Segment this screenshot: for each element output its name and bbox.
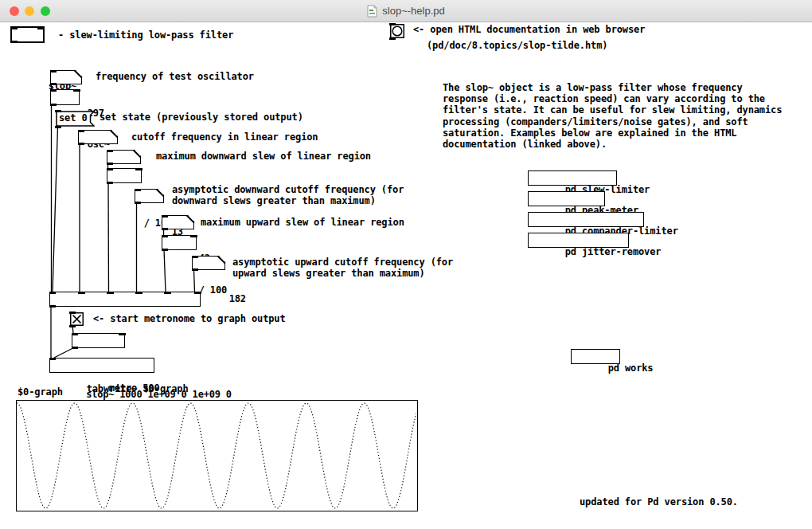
outlet-nub[interactable] — [50, 83, 57, 85]
footer-version-note: updated for Pd version 0.50. — [580, 497, 738, 508]
inlet-nub[interactable] — [194, 292, 201, 294]
number-box-down-slew[interactable]: 198 — [107, 150, 141, 164]
inlet-nub[interactable] — [162, 215, 169, 217]
outlet-nub[interactable] — [72, 347, 79, 349]
outlet-nub[interactable] — [11, 41, 18, 43]
comment-up-slew: maximum upward slew of linear region — [201, 217, 404, 229]
outlet-nub[interactable] — [49, 305, 57, 308]
outlet-nub[interactable] — [55, 126, 62, 128]
titlebar: slop~-help.pd — [0, 0, 812, 22]
comment-up-asymptotic: asymptotic upward cutoff frequency (for … — [232, 257, 453, 280]
object-label: tabwrite~ $0-graph — [87, 383, 189, 394]
document-icon — [367, 5, 377, 18]
inlet-nub[interactable] — [389, 23, 396, 25]
outlet-nub[interactable] — [135, 202, 142, 204]
window-title: slop~-help.pd — [382, 5, 444, 17]
outlet-nub[interactable] — [78, 143, 85, 145]
number-box-cutoff[interactable]: 1259 — [78, 130, 118, 144]
number-box-up-asymptotic[interactable]: 182 — [192, 256, 225, 270]
inlet-nub[interactable] — [72, 333, 79, 335]
comment-down-slew: maximum downward slew of linear region — [156, 151, 371, 163]
inlet-nub[interactable] — [135, 292, 142, 294]
object-box-slop-subject[interactable]: slop~ — [10, 26, 45, 43]
comment-toggle: <- start metronome to graph output — [93, 314, 286, 325]
number-value: 182 — [229, 293, 246, 304]
description-text: The slop~ object is a low-pass filter wh… — [443, 82, 782, 150]
subpatch-slew-limiter[interactable]: pd slew-limiter — [528, 170, 617, 186]
inlet-nub[interactable] — [49, 358, 57, 360]
inlet-nub[interactable] — [69, 312, 76, 314]
inlet-nub[interactable] — [162, 235, 169, 237]
inlet-nub[interactable] — [192, 256, 199, 258]
comment-cutoff: cutoff frequency in linear region — [131, 132, 318, 143]
graph-waveform-svg — [17, 401, 416, 510]
object-box-osc[interactable]: osc~ — [50, 89, 80, 105]
comment-open-docs: <- open HTML documentation in web browse… — [413, 25, 645, 36]
subpatch-compander-limiter[interactable]: pd compander-limiter — [528, 212, 644, 227]
object-label: pd jitter-remover — [565, 246, 662, 257]
inlet-nub[interactable] — [50, 70, 57, 72]
inlet-nub[interactable] — [164, 292, 171, 294]
graph-array-display[interactable] — [16, 400, 418, 511]
comment-set-state: set state (previously stored output) — [100, 112, 303, 123]
outlet-nub[interactable] — [69, 325, 76, 327]
inlet-nub[interactable] — [78, 130, 85, 132]
bang-open-docs[interactable] — [390, 24, 404, 38]
outlet-nub[interactable] — [162, 228, 169, 230]
bang-icon — [390, 24, 404, 38]
comment-down-asymptotic: asymptotic downward cutoff frequency (fo… — [172, 185, 404, 207]
object-box-divide-1[interactable]: / 100 — [107, 168, 142, 183]
toggle-x-icon — [70, 312, 84, 326]
inlet-nub[interactable] — [107, 150, 114, 152]
outlet-nub[interactable] — [50, 104, 57, 106]
inlet-nub[interactable] — [37, 27, 45, 29]
inlet-nub[interactable] — [135, 168, 142, 170]
inlet-nub[interactable] — [119, 333, 126, 335]
comment-doc-path: (pd/doc/8.topics/slop-tilde.htm) — [427, 41, 607, 52]
inlet-nub[interactable] — [11, 27, 18, 29]
object-box-tabwrite[interactable]: tabwrite~ $0-graph — [49, 358, 154, 373]
comment-tagline: - slew-limiting low-pass filter — [58, 30, 233, 41]
message-box-set-state[interactable]: set 0 — [56, 111, 95, 127]
inlet-nub[interactable] — [135, 189, 142, 191]
inlet-nub[interactable] — [107, 292, 114, 294]
outlet-nub[interactable] — [162, 249, 169, 251]
outlet-nub[interactable] — [107, 163, 114, 165]
subpatch-peak-meter[interactable]: pd peak-meter — [528, 191, 605, 206]
subpatch-jitter-remover[interactable]: pd jitter-remover — [528, 233, 629, 248]
object-label: pd works — [608, 362, 654, 374]
pd-patch-window: slop~-help.pd — [0, 0, 812, 529]
outlet-nub[interactable] — [107, 182, 114, 184]
inlet-nub[interactable] — [78, 292, 85, 294]
graph-label: $0-graph — [18, 387, 63, 398]
inlet-nub[interactable] — [107, 168, 114, 170]
outlet-nub[interactable] — [192, 268, 199, 271]
message-label: set 0 — [59, 112, 88, 123]
object-box-divide-2[interactable]: / 100 — [162, 235, 197, 250]
patch-canvas[interactable]: slop~ - slew-limiting low-pass filter <-… — [0, 22, 812, 529]
outlet-nub[interactable] — [389, 37, 396, 40]
object-box-metro[interactable]: metro 500 — [72, 333, 125, 348]
subpatch-works[interactable]: pd works — [571, 349, 620, 364]
inlet-nub[interactable] — [49, 292, 57, 294]
object-box-slop-main[interactable]: slop~ 1000 1e+09 0 1e+09 0 — [49, 292, 201, 307]
comment-frequency: frequency of test oscillator — [96, 72, 254, 83]
inlet-nub[interactable] — [50, 89, 57, 92]
number-box-up-slew[interactable]: 42 — [162, 215, 194, 229]
inlet-nub[interactable] — [190, 235, 197, 237]
number-box-frequency[interactable]: 297 — [50, 70, 82, 84]
patch-cord[interactable] — [108, 182, 109, 292]
toggle-metronome[interactable] — [70, 312, 84, 326]
number-box-down-asymptotic[interactable]: 13 — [135, 189, 164, 203]
inlet-nub[interactable] — [73, 89, 80, 92]
